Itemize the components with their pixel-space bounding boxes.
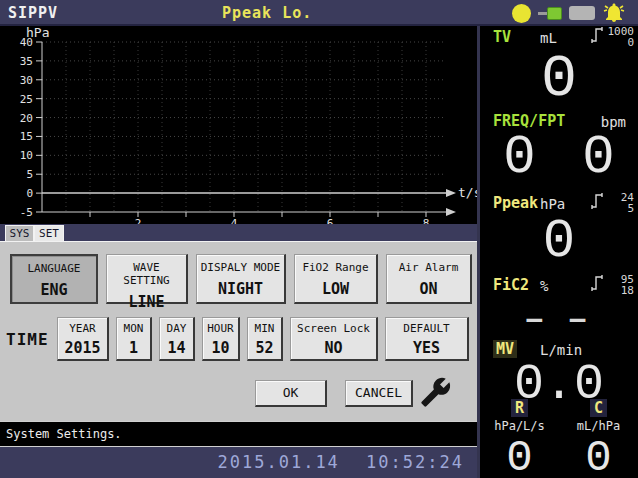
wave-setting-button[interactable]: WAVE SETTING LINE <box>106 254 188 304</box>
ventilation-mode-label: SIPPV <box>8 4 58 22</box>
screen-lock-button[interactable]: Screen Lock NO <box>290 317 378 361</box>
cancel-button[interactable]: CANCEL <box>345 380 413 407</box>
fio2-value: — — <box>480 304 638 334</box>
axis-arrow <box>446 189 456 197</box>
y-axis-label: hPa <box>26 26 49 40</box>
status-circle-icon <box>512 4 531 23</box>
settings-row-1: LANGUAGE ENG WAVE SETTING LINE DISPALY M… <box>10 254 472 304</box>
tv-label: TV <box>493 28 511 46</box>
y-tick-label: 25 <box>20 93 33 106</box>
x-tick-label: 2 <box>135 217 142 224</box>
tab-sys[interactable]: SYS <box>5 225 34 241</box>
minute-button[interactable]: MIN 52 <box>247 317 283 361</box>
resistance-label: R <box>511 399 528 417</box>
fio2-monitor: FiC2 % 95 18 — — <box>480 276 638 334</box>
status-bar: System Settings. <box>0 421 478 447</box>
resistance-unit: hPa/L/s <box>480 419 559 433</box>
compliance-label: C <box>590 399 607 417</box>
ppeak-label: Ppeak <box>493 194 538 212</box>
alarm-bell-icon[interactable] <box>602 2 626 24</box>
fio2-unit: % <box>540 278 548 294</box>
alarm-message: Ppeak Lo. <box>222 4 312 22</box>
y-tick-label: 15 <box>20 130 33 143</box>
y-tick-label: 5 <box>26 168 33 181</box>
resistance-column: R hPa/L/s 0 <box>480 398 559 478</box>
wrench-icon <box>420 376 452 408</box>
ok-button[interactable]: OK <box>255 380 327 407</box>
ppeak-monitor: Ppeak hPa 24 5 0 <box>480 194 638 268</box>
y-tick-label: 0 <box>26 187 33 200</box>
time-section-label: TIME <box>6 330 50 349</box>
freq-monitor: FREQ/FPT bpm 0 0 <box>480 112 638 184</box>
mv-label: MV <box>493 340 517 358</box>
datetime-display: 2015.01.14 10:52:24 <box>218 452 465 472</box>
year-button[interactable]: YEAR 2015 <box>57 317 109 361</box>
tv-unit: mL <box>540 30 557 46</box>
fio2-label: FiC2 <box>493 276 529 294</box>
language-button[interactable]: LANGUAGE ENG <box>10 254 98 304</box>
alarm-limit-icon <box>591 26 604 44</box>
fio2-range-button[interactable]: FiO2 Range LOW <box>294 254 378 304</box>
fpt-value: 0 <box>559 132 638 184</box>
ppeak-alarm-limits: 24 5 <box>591 192 634 214</box>
battery-icon <box>569 6 595 20</box>
x-tick-label: 4 <box>231 217 238 224</box>
tv-monitor: TV mL 1000 0 0 <box>480 28 638 108</box>
status-message: System Settings. <box>6 427 122 441</box>
resistance-value: 0 <box>480 435 559 478</box>
ppeak-unit: hPa <box>540 196 565 212</box>
pressure-waveform-panel: 4035302520151050-5t/s2468hPa <box>0 26 478 224</box>
default-button[interactable]: DEFAULT YES <box>385 317 469 361</box>
y-tick-label: 30 <box>20 74 33 87</box>
display-mode-button[interactable]: DISPALY MODE NIGHT <box>196 254 286 304</box>
settings-tab-bar: SYS SET <box>0 224 478 241</box>
freq-value: 0 <box>480 132 559 184</box>
mv-unit: L/min <box>540 342 582 358</box>
y-tick-label: -5 <box>20 206 33 219</box>
compliance-column: C mL/hPa 0 <box>559 398 638 478</box>
y-tick-label: 10 <box>20 149 33 162</box>
clock-bar: 2015.01.14 10:52:24 <box>0 447 478 478</box>
freq-label: FREQ/FPT <box>493 112 565 130</box>
resistance-compliance-monitor: R hPa/L/s 0 C mL/hPa 0 <box>480 398 638 478</box>
monitor-panel: TV mL 1000 0 0 FREQ/FPT bpm 0 0 Ppe <box>480 26 638 478</box>
compliance-unit: mL/hPa <box>559 419 638 433</box>
ppeak-limit-low: 5 <box>627 202 634 215</box>
freq-unit: bpm <box>601 114 626 130</box>
axis-arrow <box>446 208 456 216</box>
month-button[interactable]: MON 1 <box>116 317 152 361</box>
tv-value: 0 <box>480 50 638 108</box>
ac-power-icon <box>538 7 562 20</box>
hour-button[interactable]: HOUR 10 <box>202 317 240 361</box>
title-bar: SIPPV Ppeak Lo. <box>0 0 638 26</box>
x-axis-label: t/s <box>458 185 478 200</box>
settings-row-time: TIME YEAR 2015 MON 1 DAY 14 HOUR 10 MIN … <box>6 317 469 361</box>
pressure-waveform-plot: 4035302520151050-5t/s2468hPa <box>0 26 478 224</box>
alarm-limit-icon <box>591 192 604 210</box>
tv-alarm-limits: 1000 0 <box>591 26 634 48</box>
y-tick-label: 20 <box>20 112 33 125</box>
day-button[interactable]: DAY 14 <box>159 317 195 361</box>
time-display: 10:52:24 <box>366 452 464 472</box>
tab-set[interactable]: SET <box>34 225 64 241</box>
fio2-limit-low: 18 <box>621 284 634 297</box>
ppeak-value: 0 <box>480 216 638 268</box>
fio2-alarm-limits: 95 18 <box>591 274 634 296</box>
status-icons <box>512 3 626 23</box>
alarm-limit-icon <box>591 274 604 292</box>
x-tick-label: 8 <box>423 217 430 224</box>
y-tick-label: 35 <box>20 55 33 68</box>
tv-limit-low: 0 <box>627 36 634 49</box>
date-display: 2015.01.14 <box>218 452 340 472</box>
compliance-value: 0 <box>559 435 638 478</box>
x-tick-label: 6 <box>327 217 334 224</box>
air-alarm-button[interactable]: Air Alarm ON <box>386 254 472 304</box>
system-settings-panel: LANGUAGE ENG WAVE SETTING LINE DISPALY M… <box>0 241 478 421</box>
